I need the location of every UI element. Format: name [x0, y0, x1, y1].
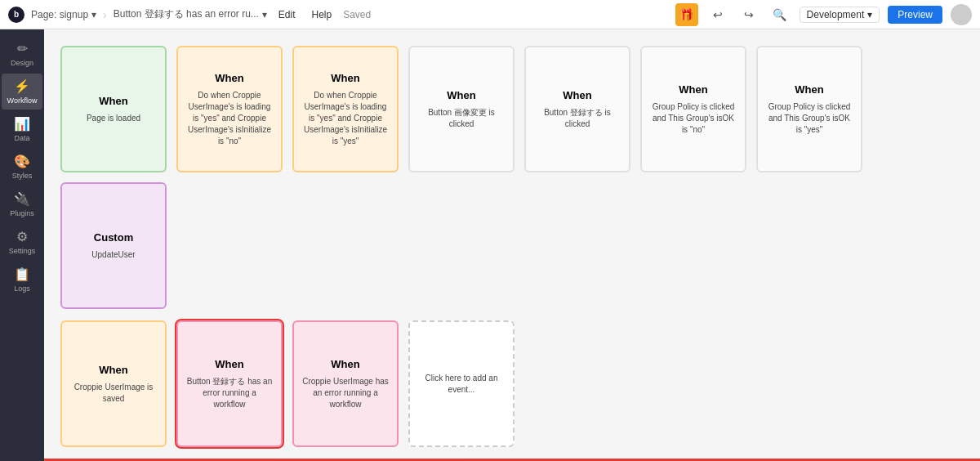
card-when: When: [331, 357, 359, 372]
settings-icon: ⚙: [16, 229, 28, 244]
preview-button[interactable]: Preview: [888, 6, 942, 24]
card-page-loaded[interactable]: When Page is loaded: [60, 46, 167, 172]
card-register-error[interactable]: When Button 登録する has an error running a …: [176, 320, 283, 447]
card-desc: Click here to add an event...: [418, 373, 505, 396]
card-desc: Do when Croppie UserImage's is loading i…: [186, 90, 273, 147]
action-selector[interactable]: Button 登録する has an error ru... ▾: [114, 7, 267, 21]
saved-status: Saved: [343, 9, 371, 20]
card-croppie-loading-yes[interactable]: When Do when Croppie UserImage's is load…: [292, 46, 399, 172]
logo: b: [8, 7, 24, 23]
cards-row-2: When Croppie UserImage is saved When But…: [60, 320, 964, 447]
page-selector[interactable]: Page: signup ▾: [31, 9, 96, 20]
sidebar-item-settings[interactable]: ⚙ Settings: [2, 224, 42, 260]
card-image-change[interactable]: When Button 画像変更 is clicked: [408, 46, 514, 172]
logs-label: Logs: [14, 284, 30, 293]
card-add-event[interactable]: Click here to add an event...: [408, 320, 514, 447]
card-croppie-saved[interactable]: When Croppie UserImage is saved: [60, 320, 167, 447]
card-desc: Do when Croppie UserImage's is loading i…: [302, 90, 389, 147]
sidebar-item-plugins[interactable]: 🔌 Plugins: [2, 186, 42, 222]
gift-icon[interactable]: 🎁: [675, 3, 698, 26]
separator: ›: [103, 8, 107, 21]
sidebar-item-styles[interactable]: 🎨 Styles: [2, 149, 42, 185]
card-when: When: [215, 357, 243, 372]
design-icon: ✏: [17, 41, 28, 56]
action-arrow: ▾: [262, 9, 267, 20]
card-desc: Croppie UserImage is saved: [70, 382, 157, 405]
card-desc: Croppie UserImage has an error running a…: [302, 376, 389, 410]
main-layout: ✏ Design ⚡ Workflow 📊 Data 🎨 Styles 🔌 Pl…: [0, 29, 980, 461]
cards-row-1: When Page is loaded When Do when Croppie…: [60, 46, 964, 309]
card-desc: Page is loaded: [87, 113, 140, 124]
plugins-label: Plugins: [10, 209, 34, 217]
card-croppie-loading-no[interactable]: When Do when Croppie UserImage's is load…: [176, 46, 283, 172]
card-desc: Button 登録する has an error running a workf…: [186, 376, 273, 410]
help-button[interactable]: Help: [307, 7, 337, 22]
card-desc: Button 画像変更 is clicked: [418, 107, 505, 130]
env-arrow: ▾: [867, 9, 872, 20]
card-when: When: [679, 83, 707, 97]
card-register-clicked[interactable]: When Button 登録する is clicked: [524, 46, 630, 172]
plugins-icon: 🔌: [14, 191, 30, 207]
card-custom-update-user[interactable]: Custom UpdateUser: [60, 182, 167, 309]
card-when: When: [331, 71, 359, 86]
logs-icon: 📋: [14, 266, 30, 282]
card-when: When: [99, 363, 127, 378]
card-when: When: [99, 94, 127, 109]
card-desc: Group Policy is clicked and This Group's…: [766, 101, 853, 136]
card-when: When: [795, 83, 823, 97]
workflow-canvas: When Page is loaded When Do when Croppie…: [44, 29, 980, 461]
card-when: When: [215, 71, 243, 86]
styles-icon: 🎨: [14, 154, 30, 169]
workflow-icon: ⚡: [14, 78, 30, 94]
env-selector[interactable]: Development ▾: [800, 7, 880, 23]
redo-button[interactable]: ↪: [737, 3, 760, 26]
data-label: Data: [14, 134, 29, 142]
undo-button[interactable]: ↩: [706, 3, 729, 26]
page-label: Page: signup: [31, 9, 88, 20]
topbar: b Page: signup ▾ › Button 登録する has an er…: [0, 0, 980, 29]
sidebar-item-data[interactable]: 📊 Data: [2, 111, 42, 147]
avatar: [951, 4, 972, 25]
card-when: When: [563, 88, 591, 103]
data-icon: 📊: [14, 116, 30, 132]
search-button[interactable]: 🔍: [768, 3, 791, 26]
action-label: Button 登録する has an error ru...: [114, 7, 259, 21]
sidebar: ✏ Design ⚡ Workflow 📊 Data 🎨 Styles 🔌 Pl…: [0, 29, 44, 461]
sidebar-item-workflow[interactable]: ⚡ Workflow: [2, 74, 42, 110]
card-desc: Button 登録する is clicked: [534, 107, 621, 130]
settings-label: Settings: [9, 247, 36, 255]
card-desc: UpdateUser: [91, 249, 135, 261]
page-arrow: ▾: [91, 9, 96, 20]
env-label: Development: [807, 9, 865, 20]
card-when: Custom: [94, 230, 133, 245]
card-group-policy-no[interactable]: When Group Policy is clicked and This Gr…: [640, 46, 746, 172]
sidebar-item-logs[interactable]: 📋 Logs: [2, 262, 42, 298]
edit-button[interactable]: Edit: [274, 7, 301, 22]
card-group-policy-yes[interactable]: When Group Policy is clicked and This Gr…: [756, 46, 862, 172]
workflow-label: Workflow: [7, 96, 38, 105]
card-desc: Group Policy is clicked and This Group's…: [650, 101, 737, 136]
sidebar-item-design[interactable]: ✏ Design: [2, 36, 42, 72]
card-when: When: [447, 88, 475, 103]
design-label: Design: [11, 59, 33, 67]
card-croppie-error[interactable]: When Croppie UserImage has an error runn…: [292, 320, 399, 447]
topbar-right: 🎁 ↩ ↪ 🔍 Development ▾ Preview: [675, 3, 972, 26]
styles-label: Styles: [12, 172, 33, 180]
